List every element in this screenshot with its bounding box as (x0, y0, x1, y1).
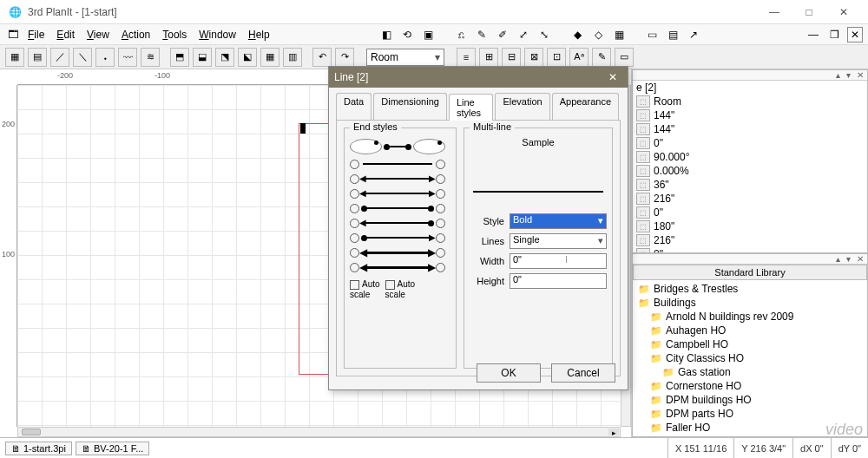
cancel-button[interactable]: Cancel (551, 363, 615, 383)
toolbar-icon-14[interactable]: ↗ (686, 27, 701, 43)
auto-scale-right[interactable]: Auto scale (385, 279, 416, 299)
radio-left[interactable] (350, 219, 359, 228)
panel-collapse-icon[interactable]: ▴ ▾ ✕ (836, 70, 865, 80)
menu-view[interactable]: View (82, 27, 115, 43)
maximize-button[interactable]: □ (792, 3, 826, 22)
checkbox-icon[interactable] (385, 280, 395, 290)
tool-10[interactable]: ⬔ (215, 48, 234, 67)
library-item[interactable]: 📁Campbell HO (638, 337, 862, 351)
tool-22[interactable]: ✎ (592, 48, 611, 67)
radio-right[interactable] (436, 233, 445, 243)
property-row[interactable]: ⬚144" (633, 122, 867, 136)
tool-7[interactable]: ≋ (141, 48, 160, 67)
library-item[interactable]: 📁Faller HO (638, 421, 862, 435)
toolbar-icon-13[interactable]: ▤ (665, 27, 681, 43)
tool-5[interactable]: ⬩ (95, 48, 115, 67)
toolbar-icon-10[interactable]: ◇ (590, 27, 606, 43)
property-row[interactable]: ⬚0" (633, 206, 867, 219)
radio-right[interactable] (436, 160, 445, 169)
doc-tab-2[interactable]: 🗎BV-20-1 F... (76, 442, 149, 455)
toolbar-icon-8[interactable]: ⤡ (536, 27, 552, 43)
menu-file[interactable]: File (23, 27, 49, 43)
radio-right[interactable] (436, 219, 445, 228)
library-item[interactable]: 📁DPM buildings HO (638, 393, 862, 407)
property-row[interactable]: ⬚216" (633, 192, 867, 206)
property-row[interactable]: ⬚0" (633, 136, 867, 150)
radio-left[interactable] (350, 248, 359, 258)
property-row[interactable]: ⬚144" (633, 108, 867, 122)
tool-1[interactable]: ▦ (5, 48, 24, 67)
radio-left[interactable] (350, 160, 359, 169)
width-input[interactable]: 0"I (510, 253, 607, 269)
tool-15[interactable]: ↷ (335, 48, 354, 67)
toolbar-icon-11[interactable]: ▦ (611, 27, 627, 43)
radio-left[interactable] (350, 233, 359, 243)
toolbar-icon-5[interactable]: ✎ (474, 27, 490, 43)
library-item[interactable]: 📁DPM parts HO (638, 407, 862, 421)
radio-left[interactable] (350, 139, 382, 154)
toolbar-icon-7[interactable]: ⤢ (516, 27, 531, 43)
property-row[interactable]: ⬚90.000° (633, 150, 867, 164)
toolbar-icon-2[interactable]: ⟲ (399, 27, 415, 43)
tool-19[interactable]: ⊠ (524, 48, 543, 67)
end-style-option[interactable]: ◀▶ (350, 262, 445, 272)
tool-20[interactable]: ⊡ (547, 48, 566, 67)
ok-button[interactable]: OK (477, 363, 541, 383)
tool-3[interactable]: ／ (50, 48, 69, 67)
tab-line-styles[interactable]: Line styles (449, 94, 494, 121)
app-menu-icon[interactable]: 🗔 (5, 27, 21, 43)
toolbar-icon-9[interactable]: ◆ (569, 27, 585, 43)
tool-4[interactable]: ＼ (73, 48, 92, 67)
height-input[interactable]: 0" (510, 273, 607, 289)
scrollbar-right-arrow[interactable]: ▸ (608, 429, 619, 435)
radio-right[interactable] (436, 248, 445, 258)
property-row[interactable]: ⬚216" (633, 233, 867, 247)
radio-left[interactable] (350, 189, 359, 199)
close-button[interactable]: ✕ (826, 3, 861, 22)
property-row[interactable]: ⬚36" (633, 178, 867, 192)
end-style-option[interactable] (350, 203, 445, 213)
scrollbar-thumb[interactable] (22, 429, 41, 435)
toolbar-icon-3[interactable]: ▣ (420, 27, 436, 43)
toolbar-icon-4[interactable]: ⎌ (453, 27, 469, 43)
toolbar-icon-1[interactable]: ◧ (378, 27, 394, 43)
tool-8[interactable]: ⬒ (170, 48, 189, 67)
toolbar-icon-6[interactable]: ✐ (495, 27, 510, 43)
mdi-minimize-icon[interactable]: — (806, 27, 821, 43)
menu-help[interactable]: Help (243, 27, 275, 43)
property-row[interactable]: ⬚0.000% (633, 164, 867, 178)
library-tree[interactable]: 📁Bridges & Trestles📁Buildings📁Arnold N b… (633, 280, 867, 437)
doc-tab-1[interactable]: 🗎1-start.3pi (5, 442, 72, 455)
end-style-option[interactable]: ◀▶ (350, 173, 445, 184)
property-row[interactable]: ⬚180" (633, 219, 867, 233)
library-item[interactable]: 📁Gas station (638, 365, 862, 379)
radio-right[interactable] (436, 204, 445, 213)
toolbar-icon-12[interactable]: ▭ (644, 27, 660, 43)
menu-window[interactable]: Window (194, 27, 241, 43)
tool-13[interactable]: ▥ (283, 48, 302, 67)
tool-14[interactable]: ↶ (312, 48, 332, 67)
end-style-option[interactable]: ◀▶ (350, 188, 445, 199)
menu-tools[interactable]: Tools (157, 27, 192, 43)
end-style-option[interactable]: ▶ (350, 232, 445, 243)
library-item[interactable]: 📁Arnold N buildings rev 2009 (638, 310, 862, 324)
mdi-restore-icon[interactable]: ❐ (826, 27, 842, 43)
property-row[interactable]: ⬚Room (633, 95, 867, 108)
radio-left[interactable] (350, 174, 359, 184)
library-item[interactable]: 📁City Classics HO (638, 351, 862, 365)
radio-left[interactable] (350, 204, 359, 213)
end-style-option[interactable] (350, 139, 445, 154)
library-item[interactable]: 📁Auhagen HO (638, 324, 862, 337)
tab-data[interactable]: Data (336, 93, 372, 120)
menu-edit[interactable]: Edit (51, 27, 80, 43)
selection-handle[interactable] (300, 123, 306, 134)
radio-left[interactable] (350, 263, 359, 272)
menu-action[interactable]: Action (116, 27, 155, 43)
tool-17[interactable]: ⊞ (479, 48, 498, 67)
tool-23[interactable]: ▭ (615, 48, 634, 67)
minimize-button[interactable]: — (757, 3, 792, 22)
lines-select[interactable]: Single (510, 233, 607, 249)
dialog-titlebar[interactable]: Line [2] ✕ (329, 67, 628, 88)
library-item[interactable]: 📁Buildings (638, 296, 862, 310)
panel-collapse-icon[interactable]: ▴ ▾ ✕ (836, 254, 865, 264)
